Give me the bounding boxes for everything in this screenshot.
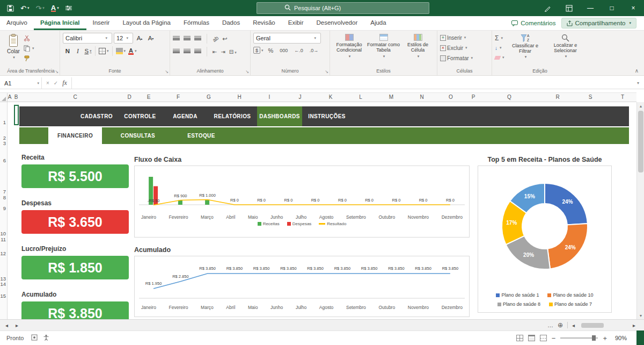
clipboard-dialog-launcher[interactable]: ↘ [55,69,58,74]
insert-cells-button[interactable]: +Inserir▾ [440,33,489,42]
format-as-table-button[interactable]: Formatar como Tabela▾ [367,33,400,59]
hscroll-left-icon[interactable]: ◂ [572,322,575,328]
merge-center-icon[interactable]: ⊟▾ [229,49,237,55]
close-button[interactable]: × [623,0,644,16]
sheet-tab-strip[interactable] [24,320,544,330]
formula-input[interactable] [72,77,632,89]
column-header[interactable]: I [269,94,270,100]
column-header[interactable]: D [127,94,131,100]
align-center-icon[interactable] [184,49,191,54]
horizontal-scroll-thumb[interactable] [581,323,604,328]
conditional-formatting-button[interactable]: Formatação Condicional▾ [333,33,365,59]
column-header[interactable]: P [472,94,475,100]
enter-icon[interactable]: ✓ [54,80,58,86]
insert-function-icon[interactable]: fx [62,79,67,87]
font-color-icon[interactable]: A▾ [127,46,137,56]
column-header[interactable]: C [73,94,77,100]
add-sheet-button[interactable]: ⊕ [558,321,563,329]
select-all-button[interactable] [0,93,8,102]
row-header[interactable]: 1 [3,119,6,125]
row-header[interactable]: 6 [3,157,6,163]
tab-revisao[interactable]: Revisão [246,16,282,30]
fill-button[interactable]: ↓▾ [495,44,504,52]
font-name-select[interactable]: Calibri▾ [63,33,112,44]
font-color-quick-icon[interactable]: A▾ [48,0,62,16]
alignment-dialog-launcher[interactable]: ↘ [245,69,249,74]
row-header[interactable]: 15 [0,293,6,299]
decrease-decimal-icon[interactable]: .0→ [308,48,320,53]
accessibility-icon[interactable] [43,334,49,342]
font-size-select[interactable]: 12▾ [114,33,133,44]
column-header[interactable]: S [589,94,592,100]
tab-formulas[interactable]: Fórmulas [177,16,216,30]
align-bottom-icon[interactable] [194,36,201,41]
orientation-icon[interactable]: ab [211,34,220,43]
bold-button[interactable]: N [63,46,72,56]
donut-chart[interactable]: 24%24%20%17%15% Plano de saúde 1Plano de… [478,166,612,313]
format-cells-button[interactable]: Formatar▾ [440,54,489,62]
percent-style-icon[interactable]: % [267,47,275,54]
column-header[interactable]: O [449,94,453,100]
column-header[interactable]: H [237,94,241,100]
clear-button[interactable]: ▾ [495,53,504,62]
customize-quick-access-icon[interactable] [63,0,75,16]
font-dialog-launcher[interactable]: ↘ [165,69,169,74]
expand-formula-bar-icon[interactable]: ▾ [632,77,644,89]
tab-exibir[interactable]: Exibir [282,16,310,30]
cell-styles-button[interactable]: Estilos de Célula▾ [401,33,434,59]
page-break-view-icon[interactable] [540,335,547,341]
align-left-icon[interactable] [173,49,180,54]
subnav-consultas[interactable]: CONSULTAS [108,127,167,144]
sort-filter-button[interactable]: AZ Classificar e Filtrar▾ [506,33,545,59]
italic-button[interactable]: I [73,46,83,56]
vertical-scroll-thumb[interactable] [638,111,643,172]
page-layout-view-icon[interactable] [528,335,535,341]
save-icon[interactable] [4,0,17,16]
name-box[interactable]: A1▾ [0,77,42,89]
fluxo-chart[interactable]: -R$ 50R$ 900R$ 1.000R$ 0R$ 0R$ 0R$ 0R$ 0… [134,166,470,238]
row-header[interactable]: 14 [0,281,6,287]
number-dialog-launcher[interactable]: ↘ [325,69,328,74]
zoom-in-icon[interactable]: + [603,334,607,342]
accounting-format-icon[interactable]: $ [253,47,260,54]
column-header[interactable]: N [420,94,423,100]
row-header[interactable]: 11 [1,236,6,242]
acumulado-chart[interactable]: R$ 1.950R$ 2.850R$ 3.850R$ 3.850R$ 3.850… [134,256,470,317]
row-header[interactable]: 8 [3,195,6,200]
decrease-font-icon[interactable]: A▾ [146,33,156,44]
column-header[interactable]: J [299,94,302,100]
align-top-icon[interactable] [173,36,180,41]
autosum-button[interactable]: Σ▾ [495,34,504,42]
sheet-prev-icon[interactable]: ◂ [3,322,10,328]
search-box[interactable] [257,2,429,14]
workbook-stats-icon[interactable] [558,0,580,16]
align-right-icon[interactable] [194,49,201,54]
tab-pagina-inicial[interactable]: Página Inicial [34,16,86,30]
subnav-financeiro[interactable]: FINANCEIRO [48,127,102,144]
tab-layout-da-pagina[interactable]: Layout da Página [116,16,177,30]
nav-dashboards[interactable]: DASHBOARDS [257,106,302,126]
tab-arquivo[interactable]: Arquivo [0,16,34,30]
sheet-area[interactable]: 1236789101112131415 CADASTRO CONTROLE AG… [0,102,636,319]
column-header[interactable]: M [389,94,393,100]
nav-cadastro[interactable]: CADASTRO [76,106,118,126]
decrease-indent-icon[interactable]: ⇤ [213,49,217,55]
borders-icon[interactable]: ▾ [98,46,110,56]
row-header[interactable]: 12 [0,250,6,256]
hscroll-right-icon[interactable]: ▸ [633,322,635,328]
share-button[interactable]: Compartilhamento▾ [561,18,636,28]
tab-ajuda[interactable]: Ajuda [364,16,392,30]
increase-decimal-icon[interactable]: ←.0 [292,48,305,53]
column-header[interactable]: G [207,94,211,100]
restore-button[interactable]: □ [601,0,623,16]
row-header[interactable]: 9 [3,205,6,211]
column-header[interactable]: B [14,94,18,100]
cut-icon[interactable] [24,34,34,42]
column-header[interactable]: L [359,94,362,100]
undo-icon[interactable]: ↶▾ [18,0,32,16]
copy-icon[interactable]: ▾ [24,44,34,53]
format-painter-icon[interactable] [24,54,34,63]
nav-instrucoes[interactable]: INSTRUÇÕES [302,106,352,126]
comments-button[interactable]: Comentários [511,20,555,26]
zoom-level[interactable]: 90% [612,335,627,341]
